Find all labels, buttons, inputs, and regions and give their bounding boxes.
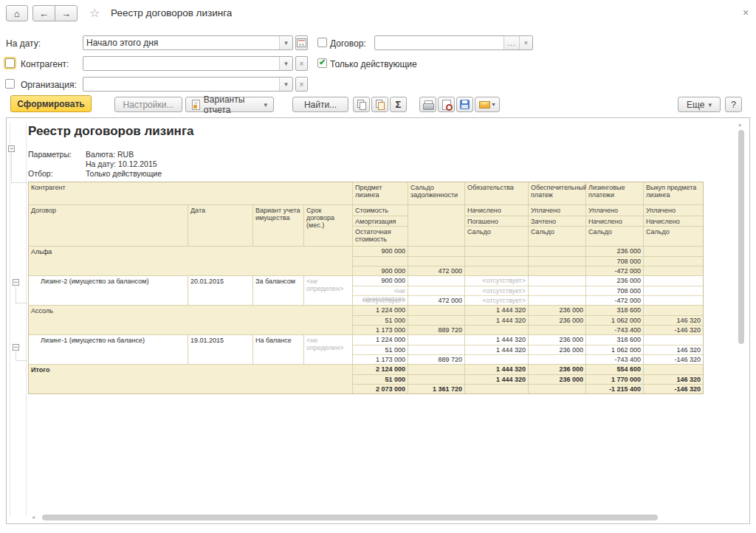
cell-value[interactable]: 1 770 000 [586,374,643,384]
contract-filter-field[interactable]: ... × [374,35,533,50]
cell-value[interactable]: 236 000 [529,315,585,325]
cell-value[interactable] [408,286,464,295]
contract-filter-input[interactable] [375,36,504,49]
forward-button[interactable]: → [55,5,78,21]
ellipsis-icon[interactable]: ... [504,36,519,49]
cell-value[interactable]: 472 000 [408,295,464,305]
counterparty-clear-button[interactable]: × [295,56,308,71]
cell-value[interactable] [465,384,528,393]
generate-button[interactable]: Сформировать [10,95,92,112]
cell-value[interactable] [408,374,464,384]
collapse-report-button[interactable]: − [8,145,15,152]
clear-icon[interactable]: × [519,36,532,49]
cell-value[interactable] [408,315,464,325]
close-icon[interactable]: × [743,7,749,18]
cell-value[interactable] [644,256,703,266]
cell-value[interactable]: 51 000 [353,374,408,384]
send-mail-button[interactable]: ▾ [475,97,500,112]
cell-variant[interactable]: На балансе [253,335,304,364]
cell-value[interactable] [353,256,408,266]
cell-value[interactable] [644,286,703,295]
home-button[interactable]: ⌂ [6,5,28,21]
cell-value[interactable]: 1 444 320 [465,306,528,315]
date-filter-input[interactable] [83,36,279,49]
cell-value[interactable] [529,325,585,334]
scroll-left-icon[interactable]: ◂ [32,514,35,520]
cell-value[interactable]: 900 000 [353,276,408,286]
cell-value[interactable]: 318 600 [586,306,643,315]
paste-button[interactable] [371,97,388,112]
cell-value[interactable]: 1 444 320 [465,365,528,374]
active-only-checkbox[interactable]: ✔ [317,58,327,68]
print-button[interactable] [419,97,436,112]
cell-value[interactable]: 236 000 [529,335,585,345]
cell-value[interactable] [644,335,703,345]
cell-value[interactable]: 1 444 320 [465,315,528,325]
contract-filter-checkbox[interactable] [317,38,327,47]
cell-value[interactable]: 708 000 [586,286,643,295]
cell-value[interactable] [529,266,585,275]
print-preview-button[interactable] [438,97,455,112]
cell-value[interactable]: 146 320 [644,315,703,325]
cell-value[interactable] [529,286,585,295]
cell-term[interactable]: <не определен> [304,276,353,305]
cell-value[interactable]: 1 173 000 [353,354,408,364]
collapse-group-alfa-button[interactable]: − [13,279,19,286]
cell-date[interactable]: 19.01.2015 [188,335,253,364]
counterparty-filter-checkbox[interactable] [5,58,15,68]
cell-value[interactable] [465,354,528,364]
cell-value[interactable]: 1 224 000 [353,335,408,345]
cell-value[interactable]: <не начисляется> [353,286,408,295]
cell-value[interactable]: 1 444 320 [465,335,528,345]
more-button[interactable]: Еще ▾ [678,97,721,112]
cell-value[interactable] [644,266,703,275]
cell-value[interactable]: -1 215 400 [586,384,643,393]
copy-button[interactable] [353,97,370,112]
cell-date[interactable]: 20.01.2015 [188,276,253,305]
cell-value[interactable] [408,247,464,256]
cell-value[interactable]: 51 000 [353,315,408,325]
cell-contract-name[interactable]: Лизинг-1 (имущество на балансе) [29,335,188,364]
cell-contract-name[interactable]: Лизинг-2 (имущество за балансом) [29,276,188,305]
cell-value[interactable]: 1 444 320 [465,374,528,384]
favorite-icon[interactable]: ☆ [89,6,100,20]
cell-value[interactable]: 1 444 320 [465,345,528,354]
organization-filter-field[interactable]: ▾ [83,77,293,92]
cell-value[interactable] [465,266,528,275]
cell-value[interactable]: -146 320 [644,325,703,334]
counterparty-filter-field[interactable]: ▾ [83,56,293,71]
scroll-up-icon[interactable]: ▴ [738,121,741,128]
collapse-group-assol-button[interactable]: − [13,344,19,351]
cell-value[interactable]: <отсутствует> [465,276,528,286]
cell-value[interactable]: <отсутствует> [353,295,408,305]
cell-value[interactable] [408,345,464,354]
chevron-down-icon[interactable]: ▾ [279,57,292,70]
sum-button[interactable]: Σ [390,97,407,112]
cell-value[interactable] [644,306,703,315]
calendar-button[interactable] [295,35,308,50]
cell-value[interactable]: -146 320 [644,354,703,364]
cell-value[interactable]: 900 000 [353,266,408,275]
cell-value[interactable]: -743 400 [586,325,643,334]
back-button[interactable]: ← [32,5,55,21]
cell-value[interactable]: 146 320 [644,374,703,384]
cell-value[interactable]: 1 062 000 [586,315,643,325]
cell-value[interactable]: 236 000 [529,374,585,384]
cell-value[interactable] [529,276,585,286]
cell-value[interactable] [644,276,703,286]
cell-value[interactable]: 236 000 [529,306,585,315]
cell-value[interactable]: 236 000 [586,247,643,256]
cell-value[interactable]: 1 062 000 [586,345,643,354]
cell-value[interactable]: 900 000 [353,247,408,256]
cell-value[interactable] [408,276,464,286]
cell-value[interactable] [465,247,528,256]
chevron-down-icon[interactable]: ▾ [279,36,292,49]
cell-group-name[interactable]: Альфа [29,247,353,275]
cell-value[interactable] [465,256,528,266]
counterparty-filter-input[interactable] [83,57,279,70]
cell-value[interactable]: 51 000 [353,345,408,354]
date-filter-field[interactable]: ▾ [83,35,293,50]
cell-value[interactable] [529,256,585,266]
cell-value[interactable]: 1 361 720 [408,384,464,393]
cell-value[interactable] [408,365,464,374]
